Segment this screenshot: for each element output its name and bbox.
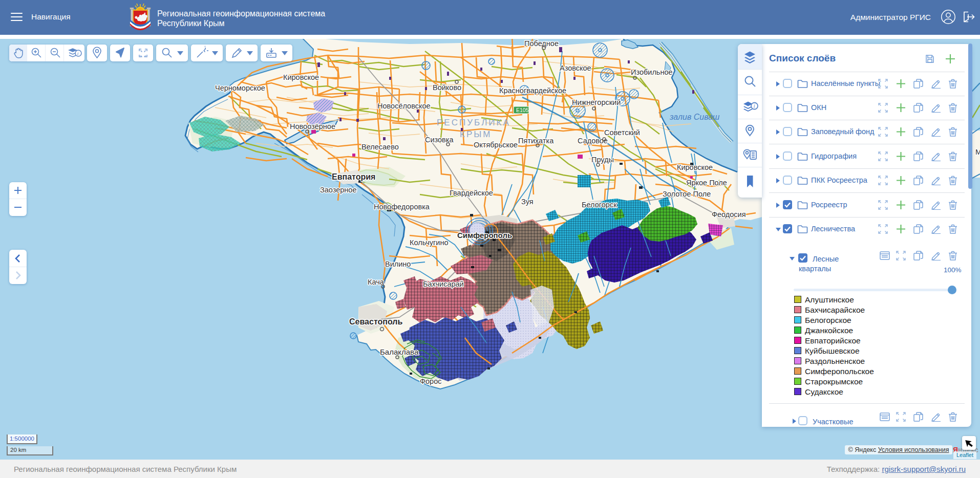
svg-text:Велесаево: Велесаево (361, 143, 399, 151)
svg-text:М: М (975, 148, 980, 156)
svg-text:Советский: Советский (604, 128, 640, 137)
svg-text:Бахчисарай: Бахчисарай (423, 280, 464, 288)
svg-text:Зуя: Зуя (521, 198, 534, 206)
svg-text:Октябрьское: Октябрьское (474, 141, 518, 149)
svg-text:Пятихатка: Пятихатка (518, 137, 554, 145)
svg-text:Яркое Поле: Яркое Поле (686, 179, 727, 187)
svg-text:Кировское: Кировское (283, 73, 319, 81)
svg-text:Войково: Войково (433, 83, 461, 92)
svg-text:Победное: Победное (524, 39, 559, 48)
svg-text:Вилино: Вилино (385, 260, 411, 268)
svg-text:Евпатория: Евпатория (332, 172, 375, 181)
svg-text:Кольчугино: Кольчугино (410, 238, 449, 247)
svg-text:Симферополь: Симферополь (457, 231, 512, 240)
svg-text:Черноморское: Черноморское (215, 84, 265, 92)
svg-text:Севастополь: Севастополь (349, 317, 402, 326)
svg-text:Форос: Форос (420, 377, 441, 385)
svg-text:КРЫМ: КРЫМ (460, 129, 492, 139)
svg-text:E105: E105 (516, 107, 529, 113)
svg-text:Золотое Поле: Золотое Поле (663, 190, 711, 198)
svg-text:Пруды: Пруды (591, 156, 614, 164)
svg-text:Новоозёрное: Новоозёрное (290, 122, 335, 131)
svg-text:Красногвардейское: Красногвардейское (499, 86, 566, 95)
svg-text:залив Сиваш: залив Сиваш (669, 113, 719, 121)
svg-text:Нижнегорский: Нижнегорский (572, 98, 621, 106)
svg-text:Кача: Кача (368, 278, 385, 286)
svg-text:Балаклава: Балаклава (380, 347, 419, 356)
svg-text:Новофедоровка: Новофедоровка (374, 203, 430, 211)
svg-text:Гвардейское: Гвардейское (450, 189, 493, 197)
svg-text:Азовское: Азовское (560, 64, 591, 72)
svg-text:Белогорск: Белогорск (582, 201, 617, 209)
svg-text:Кировское: Кировское (677, 163, 713, 171)
svg-text:Новосёловское: Новосёловское (377, 102, 431, 110)
svg-text:Феодосия: Феодосия (712, 210, 746, 219)
svg-text:РЕСПУБЛИКА: РЕСПУБЛИКА (437, 118, 510, 127)
svg-text:Заозерное: Заозерное (320, 186, 356, 194)
svg-text:Сизовка: Сизовка (425, 136, 454, 144)
svg-text:Изобильное: Изобильное (631, 68, 673, 76)
